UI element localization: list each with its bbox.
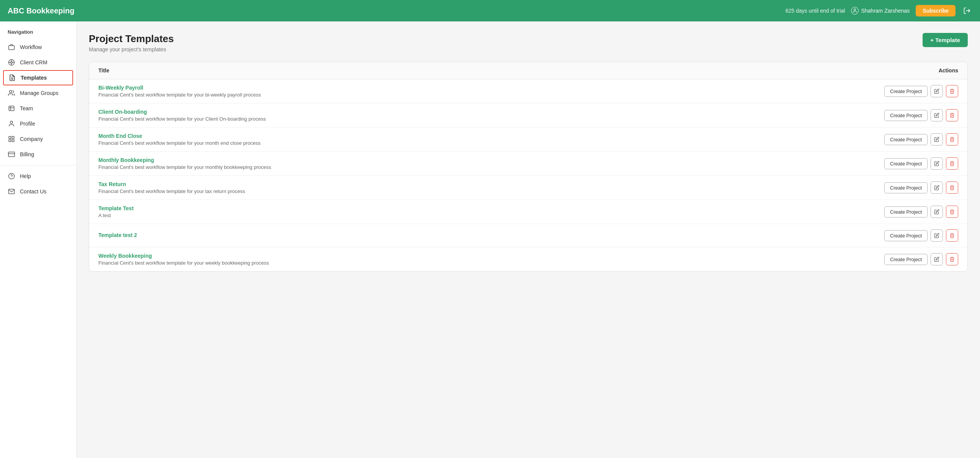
sidebar-item-label: Workflow <box>20 44 42 50</box>
row-desc-1: Financial Cent's best workflow template … <box>98 116 266 122</box>
svg-rect-16 <box>9 136 11 138</box>
create-project-button-7[interactable]: Create Project <box>884 254 928 265</box>
edit-button-2[interactable] <box>931 133 943 146</box>
app-logo: ABC Bookkeeping <box>8 7 779 15</box>
sidebar-item-label: Templates <box>21 75 47 81</box>
row-content-1: Client On-boarding Financial Cent's best… <box>98 109 266 122</box>
profile-icon <box>8 120 15 128</box>
sidebar-item-profile[interactable]: Profile <box>0 116 76 131</box>
delete-button-6[interactable] <box>946 229 958 242</box>
sidebar-item-company[interactable]: Company <box>0 131 76 147</box>
table-row: Monthly Bookkeeping Financial Cent's bes… <box>89 152 967 176</box>
delete-button-4[interactable] <box>946 182 958 194</box>
table-row: Weekly Bookkeeping Financial Cent's best… <box>89 247 967 271</box>
col-actions: Actions <box>939 67 958 74</box>
page-header: Project Templates Manage your project's … <box>89 33 968 52</box>
trial-text: 625 days until end of trial <box>786 8 845 14</box>
create-project-button-0[interactable]: Create Project <box>884 86 928 97</box>
help-icon <box>8 172 15 180</box>
row-content-7: Weekly Bookkeeping Financial Cent's best… <box>98 253 269 266</box>
sidebar-item-label: Manage Groups <box>20 90 58 96</box>
table-row: Template Test A test Create Project <box>89 200 967 224</box>
edit-button-3[interactable] <box>931 157 943 170</box>
create-project-button-6[interactable]: Create Project <box>884 230 928 241</box>
sidebar-item-help[interactable]: Help <box>0 168 76 184</box>
table-header: Title Actions <box>89 62 967 79</box>
create-project-button-3[interactable]: Create Project <box>884 158 928 169</box>
edit-button-7[interactable] <box>931 253 943 265</box>
row-title-4[interactable]: Tax Return <box>98 181 245 187</box>
create-project-button-4[interactable]: Create Project <box>884 182 928 193</box>
sidebar-item-client-crm[interactable]: Client CRM <box>0 55 76 70</box>
row-actions-0: Create Project <box>884 85 958 97</box>
sidebar-item-label: Billing <box>20 151 34 157</box>
row-actions-6: Create Project <box>884 229 958 242</box>
create-project-button-5[interactable]: Create Project <box>884 206 928 218</box>
row-title-0[interactable]: Bi-Weekly Payroll <box>98 85 261 91</box>
create-project-button-2[interactable]: Create Project <box>884 134 928 145</box>
logout-button[interactable] <box>962 5 972 16</box>
templates-table: Title Actions Bi-Weekly Payroll Financia… <box>89 62 968 272</box>
sidebar-item-manage-groups[interactable]: Manage Groups <box>0 85 76 101</box>
table-row: Tax Return Financial Cent's best workflo… <box>89 176 967 200</box>
col-title: Title <box>98 67 109 74</box>
row-content-5: Template Test A test <box>98 205 134 218</box>
delete-button-7[interactable] <box>946 253 958 265</box>
delete-button-1[interactable] <box>946 109 958 121</box>
svg-rect-17 <box>12 136 14 138</box>
edit-button-5[interactable] <box>931 206 943 218</box>
row-title-2[interactable]: Month End Close <box>98 133 261 139</box>
row-title-6[interactable]: Template test 2 <box>98 232 137 238</box>
user-avatar-icon <box>851 7 859 15</box>
company-icon <box>8 135 15 143</box>
sidebar-item-label: Client CRM <box>20 59 47 65</box>
row-actions-5: Create Project <box>884 206 958 218</box>
svg-point-11 <box>10 90 12 93</box>
edit-button-6[interactable] <box>931 229 943 242</box>
sidebar: Navigation Workflow <box>0 21 77 458</box>
row-actions-4: Create Project <box>884 182 958 194</box>
edit-button-1[interactable] <box>931 109 943 121</box>
group-icon <box>8 89 15 97</box>
row-actions-7: Create Project <box>884 253 958 265</box>
table-row: Month End Close Financial Cent's best wo… <box>89 128 967 152</box>
sidebar-item-label: Team <box>20 105 33 111</box>
sidebar-item-billing[interactable]: Billing <box>0 147 76 162</box>
page-title-block: Project Templates Manage your project's … <box>89 33 174 52</box>
delete-button-0[interactable] <box>946 85 958 97</box>
row-desc-2: Financial Cent's best workflow template … <box>98 140 261 146</box>
edit-button-0[interactable] <box>931 85 943 97</box>
svg-rect-19 <box>9 140 11 142</box>
sidebar-item-contact-us[interactable]: Contact Us <box>0 184 76 199</box>
user-info: Shahram Zarshenas <box>851 7 910 15</box>
row-title-1[interactable]: Client On-boarding <box>98 109 266 115</box>
sidebar-item-team[interactable]: Team <box>0 101 76 116</box>
row-desc-0: Financial Cent's best workflow template … <box>98 92 261 98</box>
row-desc-4: Financial Cent's best workflow template … <box>98 188 245 194</box>
row-desc-7: Financial Cent's best workflow template … <box>98 260 269 266</box>
svg-point-4 <box>11 62 13 64</box>
row-title-3[interactable]: Monthly Bookkeeping <box>98 157 271 163</box>
row-title-5[interactable]: Template Test <box>98 205 134 211</box>
subscribe-button[interactable]: Subscribe <box>916 5 956 16</box>
delete-button-2[interactable] <box>946 133 958 146</box>
sidebar-item-workflow[interactable]: Workflow <box>0 39 76 55</box>
app-layout: Navigation Workflow <box>0 21 980 458</box>
row-actions-2: Create Project <box>884 133 958 146</box>
svg-rect-20 <box>8 152 15 157</box>
row-actions-1: Create Project <box>884 109 958 121</box>
sidebar-item-templates[interactable]: Templates <box>3 70 73 85</box>
delete-button-3[interactable] <box>946 157 958 170</box>
svg-rect-12 <box>9 106 14 111</box>
add-template-button[interactable]: + Template <box>923 33 968 47</box>
row-title-7[interactable]: Weekly Bookkeeping <box>98 253 269 259</box>
svg-rect-2 <box>9 46 15 50</box>
create-project-button-1[interactable]: Create Project <box>884 110 928 121</box>
delete-button-5[interactable] <box>946 206 958 218</box>
table-row: Bi-Weekly Payroll Financial Cent's best … <box>89 79 967 103</box>
briefcase-icon <box>8 43 15 51</box>
row-content-3: Monthly Bookkeeping Financial Cent's bes… <box>98 157 271 170</box>
edit-button-4[interactable] <box>931 182 943 194</box>
svg-point-15 <box>10 121 13 123</box>
palette-icon <box>8 59 15 66</box>
